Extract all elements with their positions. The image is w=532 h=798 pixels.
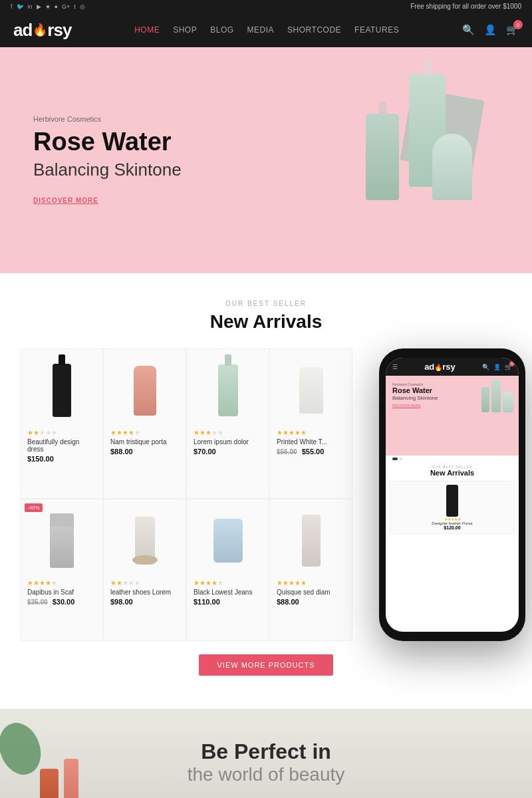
phone-hero: Herbivore Cosmetics Rose Water Balancing… <box>386 376 519 456</box>
logo[interactable]: ad🔥rsy <box>13 20 71 41</box>
section-label: OUR BEST SELLER <box>20 300 512 307</box>
product-card-5[interactable]: -40% ★★★★★ Dapibus in Scaf $35.00 $30.00 <box>20 499 103 642</box>
dot-inactive <box>400 458 402 460</box>
product-price-7: $110.00 <box>194 598 262 606</box>
product-image-6 <box>110 507 179 574</box>
phone-mini-bottle-3 <box>503 391 513 412</box>
product-price-6: $98.00 <box>110 598 179 606</box>
user-icon[interactable]: 👤 <box>484 24 497 36</box>
product-name-1: Beautifully design dress <box>27 438 96 453</box>
view-more-button[interactable]: VIEW MORE PRODUCTS <box>199 654 334 676</box>
logo-flame-icon: 🔥 <box>33 23 47 37</box>
view-more-wrap: VIEW MORE PRODUCTS <box>20 654 512 676</box>
product-image-7 <box>194 507 262 574</box>
product-bottle-white <box>299 367 323 414</box>
phone-product-price: $120.00 <box>444 525 460 530</box>
phone-menu-icon: ☰ <box>392 364 398 370</box>
phone-screen: ☰ ad🔥rsy 🔍 👤 🛒0 Herbivore Cosmetics Rose… <box>386 358 519 632</box>
header-icons: 🔍 👤 🛒0 <box>462 24 519 36</box>
product-name-4: Printed White T... <box>277 438 345 446</box>
hero-content: Herbivore Cosmetics Rose Water Balancing… <box>33 115 499 206</box>
phone-slider-dots <box>386 456 519 462</box>
product-image-2 <box>110 357 179 424</box>
product-stars-7: ★★★★★ <box>194 579 262 587</box>
instagram-icon[interactable]: ◎ <box>80 3 85 10</box>
products-grid: ★★★★★ Beautifully design dress $150.00 ★… <box>20 348 352 641</box>
product-card-1[interactable]: ★★★★★ Beautifully design dress $150.00 <box>20 348 103 499</box>
facebook-icon[interactable]: f <box>11 3 13 10</box>
product-stars-2: ★★★★★ <box>110 429 179 436</box>
bottom-bottle-2 <box>64 759 78 798</box>
phone-search-icon: 🔍 <box>482 364 489 370</box>
phone-badge: 0 <box>509 361 515 366</box>
product-card-7[interactable]: ★★★★★ Black Lowest Jeans $110.00 <box>186 499 269 642</box>
product-price-3: $70.00 <box>194 448 262 456</box>
phone-product-card: ★★★★★ Designer leather Purse $120.00 <box>386 481 519 534</box>
product-price-5: $35.00 $30.00 <box>27 598 96 606</box>
googleplus-icon[interactable]: G+ <box>62 3 70 10</box>
pinterest-icon[interactable]: ★ <box>45 3 51 10</box>
social-icons: f 🐦 in ▶ ★ ● G+ t ◎ <box>11 3 85 10</box>
phone-prod-stars: ★★★★★ <box>444 517 461 521</box>
rose-bottle-wrap <box>135 517 155 565</box>
logo-text-start: ad <box>13 20 32 41</box>
bottom-title: Be Perfect in <box>188 739 345 764</box>
phone-product-item: ★★★★★ Designer leather Purse $120.00 <box>390 481 515 534</box>
nav-home[interactable]: HOME <box>134 25 160 35</box>
phone-logo-flame: 🔥 <box>434 364 442 371</box>
product-name-7: Black Lowest Jeans <box>194 589 262 596</box>
product-bottle-mac <box>50 513 74 568</box>
product-name-2: Nam tristique porta <box>110 438 179 446</box>
main-nav: HOME SHOP BLOG MEDIA SHORTCODE FEATURES <box>134 25 399 35</box>
bottle-rose-base <box>132 555 158 565</box>
product-card-2[interactable]: ★★★★★ Nam tristique porta $88.00 <box>103 348 186 499</box>
product-name-5: Dapibus in Scaf <box>27 589 96 596</box>
product-card-4[interactable]: ★★★★★ Printed White T... $56.00 $55.00 <box>269 348 352 499</box>
nav-shop[interactable]: SHOP <box>173 25 197 35</box>
tumblr-icon[interactable]: t <box>74 3 76 10</box>
dot-active <box>392 458 398 460</box>
original-price-5: $35.00 <box>27 598 48 606</box>
original-price-4: $56.00 <box>277 448 297 456</box>
product-card-3[interactable]: ★★★★★ Lorem ipsum dolor $70.00 <box>186 348 269 499</box>
nav-media[interactable]: MEDIA <box>247 25 275 35</box>
product-stars-8: ★★★★★ <box>277 579 345 587</box>
cart-badge: 0 <box>513 20 523 29</box>
youtube-icon[interactable]: ▶ <box>37 3 41 10</box>
product-stars-1: ★★★★★ <box>27 429 96 436</box>
nav-blog[interactable]: BLOG <box>210 25 233 35</box>
product-name-8: Quisque sed diam <box>277 589 345 596</box>
search-icon[interactable]: 🔍 <box>462 24 475 36</box>
phone-outer: ☰ ad🔥rsy 🔍 👤 🛒0 Herbivore Cosmetics Rose… <box>379 348 525 641</box>
phone-icons: 🔍 👤 🛒0 <box>482 364 512 370</box>
bottom-content: Be Perfect in the world of beauty <box>188 739 345 785</box>
nav-shortcode[interactable]: SHORTCODE <box>287 25 341 35</box>
hero-banner: Herbivore Cosmetics Rose Water Balancing… <box>0 47 532 273</box>
product-bottle-black <box>53 364 71 417</box>
product-name-3: Lorem ipsum dolor <box>194 438 262 446</box>
product-card-6[interactable]: ★★★★★ leather shoes Lorem $98.00 <box>103 499 186 642</box>
phone-mockup: ☰ ad🔥rsy 🔍 👤 🛒0 Herbivore Cosmetics Rose… <box>359 348 532 641</box>
circle-icon: ● <box>55 3 58 10</box>
hero-title: Rose Water <box>33 128 499 156</box>
product-stars-4: ★★★★★ <box>277 429 345 436</box>
discover-more-button[interactable]: DISCOVER MORE <box>33 197 98 204</box>
product-price-8: $88.00 <box>277 598 345 606</box>
phone-header: ☰ ad🔥rsy 🔍 👤 🛒0 <box>386 358 519 376</box>
phone-arrivals-label: OUR BEST SELLER <box>386 462 519 469</box>
product-card-8[interactable]: ★★★★★ Quisque sed diam $88.00 <box>269 499 352 642</box>
phone-cart-icon: 🛒0 <box>505 364 512 370</box>
linkedin-icon[interactable]: in <box>28 3 33 10</box>
product-image-5 <box>27 507 96 574</box>
product-stars-3: ★★★★★ <box>194 429 262 436</box>
products-wrapper: ★★★★★ Beautifully design dress $150.00 ★… <box>20 348 512 641</box>
product-name-6: leather shoes Lorem <box>110 589 179 596</box>
twitter-icon[interactable]: 🐦 <box>17 3 24 10</box>
section-title: New Arrivals <box>20 311 512 332</box>
cart-icon[interactable]: 🛒0 <box>506 24 519 36</box>
nav-features[interactable]: FEATURES <box>354 25 399 35</box>
phone-logo: ad🔥rsy <box>424 362 456 372</box>
product-image-3 <box>194 357 262 424</box>
bottom-subtitle: the world of beauty <box>188 764 345 785</box>
product-price-4: $56.00 $55.00 <box>277 448 345 456</box>
